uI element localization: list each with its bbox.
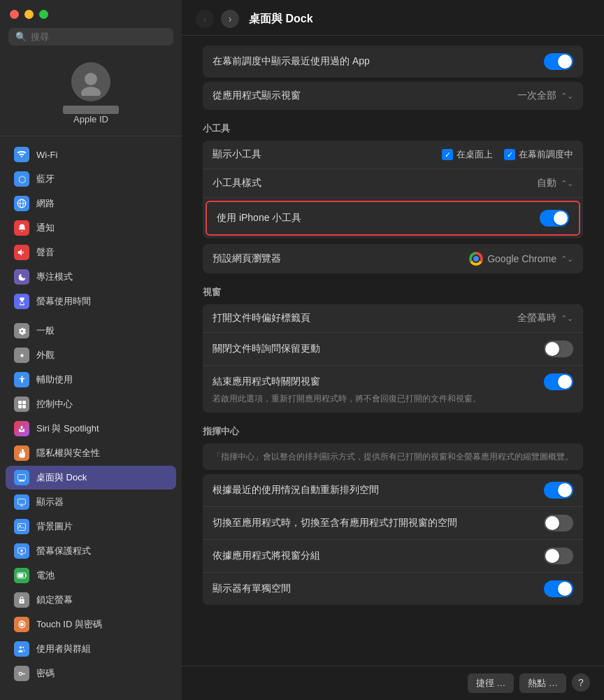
forward-button[interactable]: › [221, 10, 239, 28]
apple-id-section[interactable]: Apple ID [0, 55, 182, 136]
control-center-icon [14, 397, 29, 412]
group-by-app-toggle[interactable] [544, 548, 573, 564]
sidebar-item-privacy[interactable]: 隱私權與安全性 [6, 441, 176, 465]
widget-checkboxes: ✓ 在桌面上 ✓ 在幕前調度中 [442, 148, 573, 161]
siri-icon [14, 421, 29, 436]
sidebar-item-battery[interactable]: 電池 [6, 564, 176, 587]
sidebar-item-lock-screen[interactable]: 鎖定螢幕 [6, 588, 176, 612]
sidebar-item-notifications[interactable]: 通知 [6, 216, 176, 240]
sidebar-label-screensaver: 螢幕保護程式 [36, 545, 91, 557]
show-windows-select[interactable]: 一次全部 ⌃⌄ [517, 90, 573, 102]
auto-rearrange-label: 根據最近的使用情況自動重新排列空間 [213, 484, 379, 497]
mission-control-title: 指揮中心 [203, 425, 583, 438]
dock-icon [14, 470, 29, 485]
ask-save-toggle[interactable] [544, 341, 573, 357]
default-browser-value: Google Chrome [487, 253, 556, 264]
stage-manager-label: 在幕前調度中 [519, 148, 573, 161]
sidebar-item-users[interactable]: 使用者與群組 [6, 637, 176, 661]
sidebar-item-displays[interactable]: 顯示器 [6, 490, 176, 514]
user-name [63, 106, 119, 114]
close-windows-sublabel: 若啟用此選項，重新打開應用程式時，將不會回復已打開的文件和視窗。 [213, 393, 481, 405]
separate-spaces-toggle[interactable] [544, 580, 573, 597]
sidebar-label-users: 使用者與群組 [36, 643, 91, 655]
sidebar-item-passwords[interactable]: 密碼 [6, 662, 176, 685]
chrome-icon [469, 252, 483, 266]
shortcuts-button[interactable]: 捷徑 … [468, 673, 515, 693]
default-browser-select[interactable]: Google Chrome ⌃⌄ [469, 252, 573, 266]
open-doc-tab-value: 全螢幕時 [517, 312, 556, 324]
toggle-knob4 [558, 375, 572, 389]
svg-rect-10 [22, 405, 26, 408]
sidebar-label-desktop-dock: 桌面與 Dock [36, 471, 87, 484]
avatar [71, 62, 110, 101]
desktop-checkbox[interactable]: ✓ [442, 149, 453, 160]
toolbar: ‹ › 桌面與 Dock [182, 0, 604, 36]
help-button[interactable]: ? [572, 673, 590, 692]
sidebar-item-appearance[interactable]: 外觀 [6, 343, 176, 367]
wifi-icon [14, 147, 29, 162]
stage-manager-checkbox[interactable]: ✓ [504, 149, 515, 160]
toggle-knob3 [545, 342, 559, 356]
accessibility-icon [14, 372, 29, 387]
sidebar-item-screen-time[interactable]: 螢幕使用時間 [6, 290, 176, 313]
bottom-bar: 捷徑 … 熱點 … ? [182, 666, 604, 700]
iphone-widgets-row: 使用 iPhone 小工具 [206, 201, 580, 236]
sidebar-label-lock-screen: 鎖定螢幕 [36, 594, 73, 606]
sidebar-item-accessibility[interactable]: 輔助使用 [6, 368, 176, 392]
svg-point-1 [81, 87, 101, 96]
search-bar[interactable]: 🔍 [8, 28, 173, 45]
sidebar-item-network[interactable]: 網路 [6, 192, 176, 215]
desktop-checkbox-item[interactable]: ✓ 在桌面上 [442, 148, 493, 161]
sidebar-label-accessibility: 輔助使用 [36, 373, 73, 386]
sidebar-label-general: 一般 [36, 324, 55, 337]
toggle-knob8 [558, 582, 572, 596]
battery-icon [14, 568, 29, 583]
sidebar-item-touch-id[interactable]: Touch ID 與密碼 [6, 613, 176, 636]
sidebar-item-wifi[interactable]: Wi-Fi [6, 143, 176, 166]
sidebar-item-bluetooth[interactable]: ⬡ 藍牙 [6, 167, 176, 191]
sidebar-item-desktop-dock[interactable]: 桌面與 Dock [6, 466, 176, 490]
sidebar-item-sound[interactable]: 聲音 [6, 241, 176, 264]
svg-point-20 [20, 646, 22, 648]
show-windows-row: 從應用程式顯示視窗 一次全部 ⌃⌄ [203, 82, 583, 110]
close-windows-label: 結束應用程式時關閉視窗 [213, 376, 320, 388]
sidebar-label-screen-time: 螢幕使用時間 [36, 295, 91, 308]
widget-style-select[interactable]: 自動 ⌃⌄ [537, 177, 573, 190]
back-button[interactable]: ‹ [196, 10, 214, 28]
traffic-lights [10, 10, 48, 19]
sidebar-label-control-center: 控制中心 [36, 398, 73, 410]
close-button[interactable] [10, 10, 19, 19]
sidebar-item-general[interactable]: 一般 [6, 319, 176, 343]
iphone-widgets-toggle[interactable] [540, 210, 569, 227]
widget-style-value: 自動 [537, 177, 556, 190]
sidebar-label-bluetooth: 藍牙 [36, 173, 55, 185]
group-by-app-label: 依據應用程式將視窗分組 [213, 550, 320, 562]
switch-space-toggle[interactable] [544, 515, 573, 531]
show-recent-apps-toggle[interactable] [544, 53, 573, 70]
svg-rect-8 [22, 401, 26, 404]
search-input[interactable] [31, 31, 166, 42]
auto-rearrange-toggle[interactable] [544, 482, 573, 499]
svg-point-6 [21, 376, 22, 378]
switch-space-row: 切換至應用程式時，切換至含有應用程式打開視窗的空間 [203, 507, 583, 540]
minimize-button[interactable] [24, 10, 34, 19]
stage-manager-checkbox-item[interactable]: ✓ 在幕前調度中 [504, 148, 573, 161]
toggle-knob2 [554, 211, 568, 225]
touchid-icon [14, 617, 29, 632]
page-title: 桌面與 Dock [249, 12, 313, 27]
close-windows-toggle[interactable] [544, 373, 573, 390]
sidebar-item-focus[interactable]: 專注模式 [6, 265, 176, 289]
sidebar-item-control-center[interactable]: 控制中心 [6, 392, 176, 416]
chevron-icon: ⌃⌄ [561, 92, 573, 101]
default-browser-row: 預設網頁瀏覽器 Google Chrome ⌃⌄ [203, 244, 583, 273]
svg-rect-7 [18, 401, 22, 404]
hotcorners-button[interactable]: 熱點 … [519, 673, 566, 693]
open-doc-tab-select[interactable]: 全螢幕時 ⌃⌄ [517, 312, 573, 324]
sidebar-item-siri[interactable]: Siri 與 Spotlight [6, 417, 176, 441]
sidebar-label-battery: 電池 [36, 569, 55, 582]
sidebar-item-wallpaper[interactable]: 背景圖片 [6, 515, 176, 538]
bluetooth-icon: ⬡ [14, 171, 29, 187]
fullscreen-button[interactable] [39, 10, 48, 19]
chevron-icon3: ⌃⌄ [561, 255, 573, 264]
sidebar-item-screensaver[interactable]: 螢幕保護程式 [6, 539, 176, 563]
